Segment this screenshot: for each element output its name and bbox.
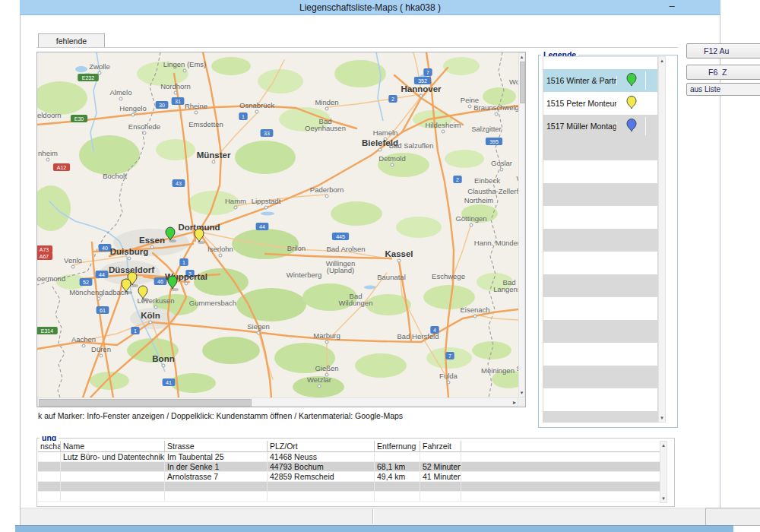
svg-text:1: 1	[182, 260, 185, 265]
city-dot	[325, 195, 328, 198]
svg-text:30: 30	[159, 103, 165, 108]
map-vscrollbar[interactable]: ▴ ▾	[518, 52, 525, 397]
legend-empty-row[interactable]	[543, 206, 658, 230]
table-empty-row[interactable]	[38, 492, 667, 502]
legend-empty-row[interactable]	[543, 411, 658, 423]
city-dot	[174, 91, 177, 94]
window-titlebar[interactable]: Liegenschaftsliste-Maps ( hka038 ) –	[20, 0, 720, 15]
screen: Liegenschaftsliste-Maps ( hka038 ) – feh…	[0, 0, 760, 532]
city-dot	[131, 113, 135, 116]
results-table-header: nschaftNameStrassePLZ/OrtEntfernungFahrz…	[38, 441, 667, 452]
legend-empty-row[interactable]	[543, 297, 658, 321]
legend-empty-row[interactable]	[543, 366, 658, 389]
table-cell	[461, 462, 667, 472]
column-header[interactable]: Name	[61, 441, 165, 452]
legend-list[interactable]: 1516 Winter & Partner1515 Peter Monteur1…	[543, 56, 658, 423]
table-cell	[420, 492, 461, 502]
city-label: Salzgitter	[471, 125, 502, 133]
city-dot	[378, 148, 382, 151]
table-cell	[38, 472, 61, 482]
legend-empty-row[interactable]	[543, 138, 658, 161]
legend-empty-row[interactable]	[543, 183, 658, 207]
road-shield: A67	[37, 252, 52, 260]
city-label: Lippstadt	[252, 197, 281, 205]
city-label: Claustha-Zellerfeld	[467, 187, 518, 195]
legend-pin-icon	[626, 71, 637, 87]
city-label: Meiningen	[481, 366, 515, 375]
table-cell	[61, 472, 165, 482]
map-hscrollbar[interactable]: ▸	[37, 397, 518, 407]
city-label: Einbeck	[474, 176, 500, 185]
legend-item[interactable]: 1515 Peter Monteur	[543, 92, 658, 116]
city-label: Winterberg	[287, 271, 321, 279]
table-cell	[420, 482, 461, 492]
legend-pin-icon	[626, 94, 637, 109]
city-label: Zwolle	[89, 62, 109, 71]
road-shield: 30	[156, 101, 169, 109]
table-cell	[38, 452, 61, 462]
table-row[interactable]: In der Senke 144793 Bochum68,1 km52 Minu…	[38, 462, 667, 472]
svg-text:E30: E30	[74, 116, 84, 122]
table-cell	[375, 452, 420, 462]
legend-empty-row[interactable]	[543, 274, 658, 298]
city-label: Hannover	[401, 84, 442, 93]
svg-text:40: 40	[102, 245, 108, 251]
city-label: Goslar	[491, 159, 512, 167]
legend-empty-row[interactable]	[543, 160, 658, 184]
column-header[interactable]: PLZ/Ort	[268, 441, 375, 452]
map[interactable]: E2323031133E30A12433527239524444540A73A6…	[37, 52, 518, 397]
city-dot	[468, 105, 471, 108]
svg-text:41: 41	[166, 380, 172, 385]
city-dot	[391, 163, 394, 166]
legend-empty-row[interactable]	[543, 252, 658, 275]
legend-empty-row[interactable]	[543, 320, 658, 344]
city-label: (Upland)	[327, 266, 354, 274]
svg-text:52: 52	[83, 280, 89, 285]
column-header[interactable]: nschaft	[38, 441, 61, 452]
road-shield: 352	[414, 77, 431, 84]
column-header[interactable]: Fahrzeit	[420, 441, 461, 452]
city-dot	[473, 315, 477, 318]
legend-empty-row[interactable]	[543, 57, 658, 70]
city-dot	[154, 306, 157, 309]
tab-fehlende-geodaten[interactable]: fehlende Geodaten	[38, 33, 105, 47]
table-cell: Lutz Büro- und Datentechnik	[61, 452, 165, 462]
svg-text:E314: E314	[41, 328, 53, 334]
table-row[interactable]: Lutz Büro- und DatentechnikIm Taubental …	[38, 452, 667, 462]
svg-text:1: 1	[134, 328, 137, 334]
road-shield: A73	[37, 245, 52, 253]
legend-scrollbar[interactable]: ▴ ▾	[658, 56, 666, 423]
legend-empty-row[interactable]	[543, 388, 658, 412]
table-cell: 42859 Remscheid	[268, 472, 375, 482]
scroll-down-icon: ▾	[519, 389, 524, 397]
f6-button[interactable]: F6 Z	[686, 65, 760, 80]
legend-empty-row[interactable]	[543, 343, 658, 366]
f12-button[interactable]: F12 Au	[686, 43, 760, 59]
table-empty-row[interactable]	[38, 482, 667, 492]
table-cell: In der Senke 1	[165, 462, 268, 472]
results-table[interactable]: nschaftNameStrassePLZ/OrtEntfernungFahrz…	[38, 441, 667, 502]
road-shield: 52	[80, 278, 93, 286]
road-shield: 1	[179, 258, 188, 266]
svg-text:46: 46	[157, 279, 163, 284]
city-label: Köln	[141, 311, 160, 320]
table-row[interactable]: Arnolstrasse 742859 Remscheid49,4 km41 M…	[38, 472, 667, 482]
road-shield: 33	[261, 129, 274, 137]
column-header[interactable]: Entfernung	[375, 441, 420, 452]
city-label: Almelo	[109, 88, 131, 97]
road-shield: 2	[453, 176, 461, 183]
city-label: Hildesheim	[426, 121, 461, 129]
legend-item[interactable]: 1517 Müller Montagen	[543, 115, 658, 138]
city-label: Münster	[197, 150, 231, 160]
aus-liste-button[interactable]: aus Liste	[686, 83, 760, 96]
column-header[interactable]: Strasse	[165, 441, 268, 452]
minimize-button[interactable]: –	[664, 0, 679, 14]
legend-item[interactable]: 1516 Winter & Partner	[543, 69, 658, 93]
results-scrollbar[interactable]: ▴ ▾	[660, 441, 667, 503]
column-header[interactable]	[461, 441, 667, 452]
legend-empty-row[interactable]	[543, 229, 658, 252]
table-cell	[375, 492, 420, 502]
city-dot	[257, 331, 260, 334]
table-cell	[461, 472, 667, 482]
bottom-right-button[interactable]	[705, 508, 760, 526]
